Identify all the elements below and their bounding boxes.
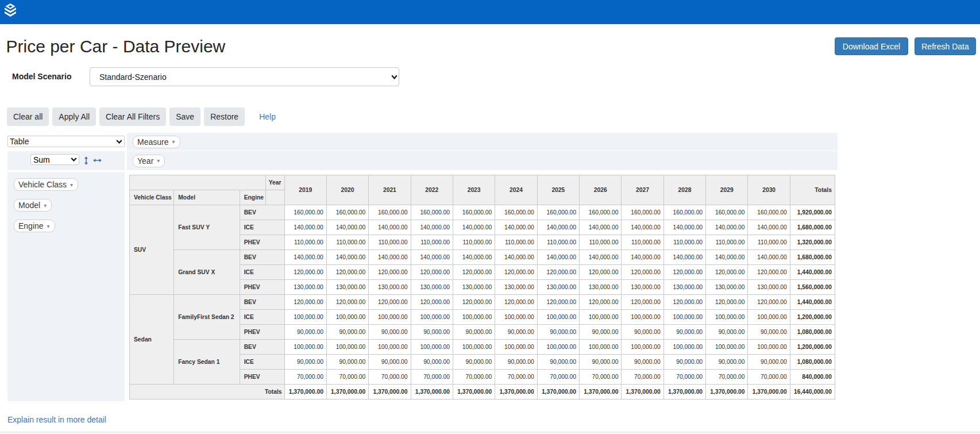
pivot-value-cell: 160,000.00 [411,205,453,220]
pivot-value-cell: 120,000.00 [663,294,705,309]
pivot-row-label-engine: PHEV [240,369,284,384]
attr-pill-year[interactable]: Year▾ [133,155,165,167]
aggregator-select[interactable]: Sum [30,154,79,165]
pivot-col-label-year-2029[interactable]: 2029 [706,175,748,205]
pivot-value-cell: 120,000.00 [580,294,622,309]
pivot-value-cell: 100,000.00 [411,339,453,354]
pivot-value-cell: 110,000.00 [580,235,622,249]
pivot-totals-col-header: Totals [790,175,835,205]
pivot-value-cell: 70,000.00 [622,369,663,384]
pivot-total-value-cell: 1,370,000.00 [537,384,579,399]
pivot-value-cell: 90,000.00 [580,324,622,339]
pivot-row-total-cell: 1,320,000.00 [790,235,835,249]
pivot-value-cell: 160,000.00 [580,205,622,220]
pivot-value-cell: 110,000.00 [537,235,579,249]
pivot-value-cell: 140,000.00 [622,220,663,235]
pivot-col-label-year-2020[interactable]: 2020 [326,175,368,205]
pivot-value-cell: 90,000.00 [326,354,368,369]
pivot-value-cell: 90,000.00 [537,354,579,369]
pivot-col-label-year-2027[interactable]: 2027 [622,175,663,205]
pivot-value-cell: 120,000.00 [495,294,537,309]
pivot-value-cell: 70,000.00 [537,369,579,384]
clear-all-button[interactable]: Clear all [7,107,49,126]
save-button[interactable]: Save [169,107,200,126]
pivot-col-label-year-2028[interactable]: 2028 [663,175,705,205]
pivot-value-cell: 70,000.00 [706,369,748,384]
attr-pill-label: Measure [137,137,168,147]
pivot-col-label-year-2024[interactable]: 2024 [495,175,537,205]
pivot-value-cell: 140,000.00 [369,249,411,264]
pivot-value-cell: 120,000.00 [537,264,579,279]
toolbar: Clear all Apply All Clear All Filters Sa… [7,107,276,126]
dropdown-triangle-icon[interactable]: ▾ [47,223,50,229]
pivot-value-cell: 100,000.00 [369,339,411,354]
pivot-value-cell: 90,000.00 [411,324,453,339]
pivot-value-cell: 90,000.00 [748,324,790,339]
pivot-row-label-engine: BEV [240,339,284,354]
pivot-value-cell: 100,000.00 [663,309,705,324]
pivot-renderer-area: Table [7,133,125,151]
pivot-value-cell: 90,000.00 [453,324,495,339]
pivot-col-label-year-2019[interactable]: 2019 [284,175,326,205]
pivot-value-cell: 160,000.00 [663,205,705,220]
pivot-row-total-cell: 1,080,000.00 [790,354,835,369]
col-order-button[interactable] [93,159,102,162]
pivot-data-row: Grand SUV XBEV140,000.00140,000.00140,00… [130,249,835,264]
pivot-value-cell: 120,000.00 [748,264,790,279]
pivot-value-cell: 140,000.00 [580,249,622,264]
pivot-col-label-year-2026[interactable]: 2026 [580,175,622,205]
horizontal-double-arrow-icon [93,159,102,162]
pivot-value-cell: 140,000.00 [495,220,537,235]
restore-button[interactable]: Restore [204,107,245,126]
refresh-data-button[interactable]: Refresh Data [915,37,976,55]
pivot-value-cell: 140,000.00 [706,249,748,264]
pivot-col-label-year-2021[interactable]: 2021 [369,175,411,205]
pivot-col-label-year-2022[interactable]: 2022 [411,175,453,205]
apply-all-button[interactable]: Apply All [52,107,96,126]
pivot-col-label-year-2030[interactable]: 2030 [748,175,790,205]
attr-pill-engine[interactable]: Engine▾ [14,220,55,232]
attr-pill-model[interactable]: Model▾ [14,199,52,212]
dropdown-triangle-icon[interactable]: ▾ [172,139,175,145]
pivot-value-cell: 130,000.00 [622,279,663,294]
pivot-row-axis-label[interactable]: Vehicle Class [130,190,174,205]
stack-logo-icon[interactable] [5,3,16,17]
pivot-col-label-year-2025[interactable]: 2025 [537,175,579,205]
pivot-value-cell: 70,000.00 [663,369,705,384]
download-excel-button[interactable]: Download Excel [835,37,908,55]
pivot-value-cell: 90,000.00 [369,354,411,369]
row-order-button[interactable] [84,156,88,165]
pivot-total-value-cell: 1,370,000.00 [706,384,748,399]
dropdown-triangle-icon[interactable]: ▾ [70,182,73,188]
pivot-value-cell: 90,000.00 [622,354,663,369]
explain-result-link[interactable]: Explain result in more detail [7,415,106,424]
pivot-row-label-engine: BEV [240,249,284,264]
pivot-value-cell: 140,000.00 [284,220,326,235]
pivot-data-row: SedanFamilyFirst Sedan 2BEV120,000.00120… [130,294,835,309]
pivot-row-label-model: Fast SUV Y [174,205,240,249]
pivot-row-axis-label[interactable]: Model [174,190,240,205]
attr-pill-vehicle-class[interactable]: Vehicle Class▾ [14,178,78,191]
pivot-row-total-cell: 1,560,000.00 [790,279,835,294]
pivot-total-value-cell: 1,370,000.00 [411,384,453,399]
renderer-select[interactable]: Table [7,136,125,147]
attr-pill-measure[interactable]: Measure▾ [133,136,180,148]
pivot-row-total-cell: 1,200,000.00 [790,339,835,354]
dropdown-triangle-icon[interactable]: ▾ [44,202,47,209]
pivot-col-axis-label[interactable]: Year [265,175,284,190]
dropdown-triangle-icon[interactable]: ▾ [157,158,160,164]
pivot-value-cell: 140,000.00 [537,220,579,235]
clear-all-filters-button[interactable]: Clear All Filters [99,107,166,126]
model-scenario-select[interactable]: Standard-Szenario [90,67,399,86]
attr-pill-label: Engine [18,221,44,231]
pivot-total-value-cell: 1,370,000.00 [748,384,790,399]
pivot-value-cell: 100,000.00 [622,339,663,354]
pivot-table-head: Year201920202021202220232024202520262027… [130,175,835,205]
pivot-value-cell: 100,000.00 [580,339,622,354]
model-scenario-select-wrap: Standard-Szenario [90,67,399,86]
pivot-aggregator-area: Sum [7,151,125,171]
pivot-col-label-year-2023[interactable]: 2023 [453,175,495,205]
help-link[interactable]: Help [259,112,276,121]
pivot-row-axis-label[interactable]: Engine [240,190,265,205]
pivot-row-label-vehicle-class: SUV [130,205,174,294]
